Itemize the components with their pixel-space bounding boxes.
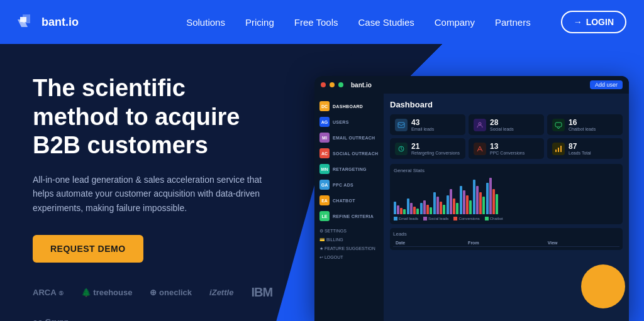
logo-text: bant.io (42, 16, 79, 29)
sidebar-item-users[interactable]: AG USERS (314, 114, 384, 129)
dashboard-title: Dashboard (390, 100, 623, 109)
bar-purple-1 (397, 205, 399, 214)
sidebar-feature[interactable]: ★ FEATURE SUGGESTION (319, 244, 379, 253)
bar-green-3 (430, 207, 432, 214)
brand-grypp: oo Grypp (33, 317, 69, 321)
mockup-dot-green (338, 82, 343, 87)
mockup-dot-red (321, 82, 326, 87)
bar-red-3 (426, 205, 429, 214)
login-button[interactable]: → LOGIN (561, 11, 626, 33)
sidebar-badge-chatbot: EA (319, 195, 330, 205)
hero-right: bant.io Add user DC DASHBOARD AG USERS M… (302, 44, 644, 321)
stat-retargeting: 21 Retargeting Conversions (390, 138, 465, 159)
chart-section: General Stats (390, 164, 623, 224)
legend-conversions: Conversions (453, 217, 479, 220)
sidebar-item-chatbot[interactable]: EA CHATBOT (314, 193, 384, 208)
bar-green-7 (482, 197, 485, 214)
leads-title: Leads (393, 231, 619, 237)
logo-icon (18, 14, 36, 30)
sidebar-item-refine[interactable]: LE REFINE CRITERIA (314, 209, 384, 224)
stat-ppc-icon (474, 143, 486, 155)
bar-green-5 (456, 203, 458, 214)
stat-retargeting-icon (395, 143, 408, 155)
bar-blue-3 (420, 203, 423, 214)
legend-email: Email leads (394, 217, 418, 220)
leads-col-date: Date (393, 239, 465, 247)
bar-red-1 (400, 208, 402, 214)
bar-group-4 (433, 192, 445, 214)
chart-bars (394, 177, 619, 214)
bar-blue-7 (473, 180, 475, 214)
legend-chatbot: Chatbot (485, 217, 503, 220)
nav-solutions[interactable]: Solutions (186, 17, 225, 28)
sidebar-item-retargeting[interactable]: MN RETARGETING (314, 161, 384, 177)
leads-col-from: From (465, 239, 545, 247)
stat-social-data: 28 Social leads (490, 118, 514, 131)
sidebar-badge-retargeting: MN (319, 164, 330, 174)
brand-oneclick: ⊕ oneclick (150, 288, 192, 297)
stat-chatbot-leads: 16 Chatbot leads (547, 114, 623, 135)
bar-blue-1 (394, 202, 396, 214)
brand-ibm: IBM (251, 285, 272, 300)
bar-blue-6 (460, 186, 462, 214)
svg-rect-5 (558, 148, 559, 152)
sidebar-item-social[interactable]: AC SOCIAL OUTREACH (314, 146, 384, 161)
bar-red-8 (492, 189, 495, 214)
nav-pricing[interactable]: Pricing (245, 17, 274, 28)
mockup-header: bant.io Add user (314, 76, 629, 94)
nav-company[interactable]: Company (435, 17, 475, 28)
bar-blue-2 (407, 199, 409, 214)
bar-blue-8 (486, 183, 489, 214)
bar-green-2 (416, 209, 419, 214)
sidebar-badge-dashboard: DC (319, 101, 330, 111)
nav-partners[interactable]: Partners (495, 17, 531, 28)
sidebar-badge-social: AC (319, 148, 330, 158)
chart-legend: Email leads Social leads Conversions Cha… (394, 217, 619, 220)
stat-email-icon (395, 119, 408, 131)
mockup-dot-yellow (330, 82, 335, 87)
bar-purple-6 (463, 190, 465, 214)
brand-treehouse: 🌲 treehouse (81, 288, 133, 297)
sidebar-badge-ppc: GA (319, 180, 330, 190)
hero-subtitle: All-in-one lead generation & sales accel… (33, 173, 272, 215)
svg-rect-4 (555, 150, 557, 152)
svg-rect-6 (560, 146, 562, 152)
legend-social: Social leads (423, 217, 448, 220)
bar-red-5 (453, 199, 455, 214)
bar-purple-7 (476, 186, 479, 214)
sidebar-item-email[interactable]: MI EMAIL OUTREACH (314, 130, 384, 145)
sidebar-logout[interactable]: ↩ LOGOUT (319, 253, 379, 262)
stat-social-leads: 28 Social leads (469, 114, 544, 135)
hero-content: The scientific method to acquire B2B cus… (0, 44, 302, 321)
stat-chatbot-data: 16 Chatbot leads (569, 118, 596, 131)
cta-button[interactable]: REQUEST DEMO (33, 235, 143, 263)
login-label: LOGIN (586, 17, 614, 27)
stat-email-leads: 43 Email leads (390, 114, 465, 135)
brand-arca: ARCA ⑤ (33, 288, 64, 297)
nav-case-studies[interactable]: Case Studies (358, 17, 414, 28)
sidebar-badge-email: MI (319, 133, 330, 143)
sidebar-item-dashboard[interactable]: DC DASHBOARD (314, 99, 384, 114)
stat-total-icon (552, 143, 565, 155)
stat-total: 87 Leads Total (547, 138, 623, 159)
sidebar-settings[interactable]: ⚙ SETTINGS (319, 227, 379, 236)
stat-email-data: 43 Email leads (411, 118, 434, 131)
stat-ppc-data: 13 PPC Conversions (490, 142, 525, 155)
stat-retargeting-data: 21 Retargeting Conversions (411, 142, 460, 155)
sidebar-item-ppc[interactable]: GA PPC ADS (314, 177, 384, 192)
brand-izettle: iZettle (209, 288, 233, 297)
leads-table: Date From View (393, 239, 619, 247)
logo[interactable]: bant.io (18, 14, 79, 30)
bar-green-1 (403, 209, 406, 214)
bar-purple-4 (436, 197, 439, 214)
mockup-add-btn[interactable]: Add user (590, 80, 623, 89)
bar-group-3 (420, 200, 432, 214)
stat-chatbot-icon (552, 119, 565, 131)
bar-purple-5 (450, 189, 452, 214)
sidebar-billing[interactable]: 💳 BILLING (319, 236, 379, 244)
nav-free-tools[interactable]: Free Tools (294, 17, 338, 28)
stats-grid: 43 Email leads 28 Social leads (390, 114, 623, 159)
sidebar-badge-refine: LE (319, 211, 330, 221)
bar-purple-3 (423, 200, 426, 214)
bar-group-7 (473, 180, 485, 214)
